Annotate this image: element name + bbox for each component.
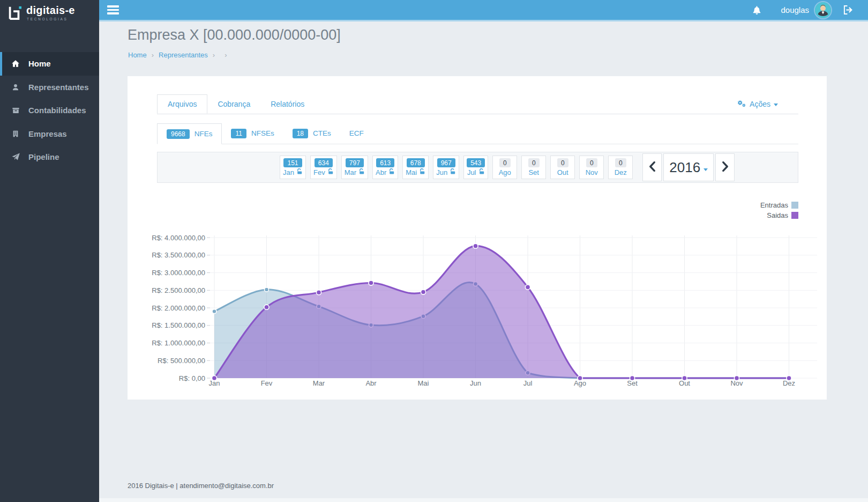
logo-wordmark: digitais-e TECNOLOGIAS	[26, 5, 75, 21]
month-label: Nov	[586, 168, 598, 177]
month-count-badge: 967	[437, 158, 455, 167]
subtab-nfses[interactable]: 11NFSEs	[222, 123, 283, 144]
month-cell-ago[interactable]: 0Ago	[492, 156, 517, 179]
avatar[interactable]	[815, 2, 831, 18]
breadcrumb-link-1[interactable]: Representantes	[159, 51, 208, 59]
month-cell-nov[interactable]: 0Nov	[579, 156, 604, 179]
subtab-label: ECF	[349, 129, 364, 137]
svg-text:Mai: Mai	[418, 379, 429, 387]
month-label: Jan	[283, 168, 294, 177]
notifications-bell-icon[interactable]	[752, 5, 761, 15]
tab-relatórios[interactable]: Relatórios	[260, 94, 315, 114]
archive-icon	[11, 107, 20, 114]
tab-cobrança[interactable]: Cobrança	[207, 94, 260, 114]
footer-band	[99, 498, 868, 502]
count-badge: 9668	[167, 129, 190, 139]
svg-text:R$: 3.000.000,00: R$: 3.000.000,00	[152, 269, 205, 277]
subtabs-row: 9668NFEs11NFSEs18CTEsECF	[157, 123, 798, 144]
svg-text:Abr: Abr	[365, 379, 377, 387]
chart-legend: EntradasSaidas	[760, 201, 798, 219]
sidebar-item-label: Contabilidades	[28, 106, 86, 115]
sidebar-item-label: Representantes	[28, 83, 89, 92]
legend-swatch	[791, 202, 798, 209]
app-logo[interactable]: digitais-e TECNOLOGIAS	[0, 0, 99, 23]
month-cell-out[interactable]: 0Out	[550, 156, 575, 179]
breadcrumb-separator: ›	[213, 51, 215, 59]
legend-swatch	[791, 212, 798, 219]
legend-label: Entradas	[760, 201, 788, 209]
legend-item-entradas: Entradas	[760, 201, 798, 209]
month-cell-mai[interactable]: 678Mai	[402, 156, 429, 179]
breadcrumb-separator: ›	[152, 51, 154, 59]
month-cell-jul[interactable]: 543Jul	[463, 156, 488, 179]
user-icon	[11, 83, 20, 91]
username: douglas	[781, 5, 809, 14]
month-count-badge: 0	[528, 158, 540, 167]
svg-text:R$: 2.000.000,00: R$: 2.000.000,00	[152, 304, 205, 312]
sidebar-item-contabilidades[interactable]: Contabilidades	[0, 99, 99, 122]
month-cell-fev[interactable]: 634Fev	[310, 156, 337, 179]
month-cell-jun[interactable]: 967Jun	[433, 156, 459, 179]
month-cell-jan[interactable]: 151Jan	[280, 156, 306, 179]
breadcrumb-separator: ›	[225, 51, 227, 59]
month-cell-abr[interactable]: 613Abr	[372, 156, 398, 179]
month-count-badge: 0	[557, 158, 568, 167]
prev-year-button[interactable]	[642, 153, 662, 181]
month-count-badge: 797	[346, 158, 364, 167]
svg-text:Mar: Mar	[313, 379, 325, 387]
entradas-saidas-chart: R$: 0,00R$: 500.000,00R$: 1.000.000,00R$…	[150, 224, 820, 388]
building-icon	[11, 130, 20, 138]
subtab-label: NFSEs	[251, 129, 274, 137]
sidebar-item-label: Home	[28, 59, 51, 68]
actions-dropdown[interactable]: Ações	[737, 99, 778, 109]
month-count-badge: 0	[586, 158, 597, 167]
breadcrumb-link-0[interactable]: Home	[128, 51, 147, 59]
month-count-badge: 151	[283, 158, 302, 167]
sidebar-item-pipeline[interactable]: Pipeline	[0, 145, 99, 169]
svg-text:R$: 3.500.000,00: R$: 3.500.000,00	[152, 251, 205, 259]
year-nav: 2016	[642, 153, 735, 181]
tab-arquivos[interactable]: Arquivos	[157, 94, 207, 114]
main-content: Empresa X [00.000.000/0000-00] Home›Repr…	[99, 21, 868, 502]
sign-out-icon[interactable]	[843, 5, 854, 14]
month-cell-dez[interactable]: 0Dez	[608, 156, 633, 179]
paper-plane-icon	[11, 153, 20, 161]
svg-text:Jul: Jul	[523, 379, 533, 387]
month-label: Abr	[376, 168, 386, 177]
subtab-nfes[interactable]: 9668NFEs	[157, 123, 222, 144]
month-cells: 151Jan634Fev797Mar613Abr678Mai967Jun543J…	[280, 156, 633, 179]
sidebar-item-label: Pipeline	[28, 152, 59, 161]
sidebar-item-empresas[interactable]: Empresas	[0, 122, 99, 146]
logo-icon	[7, 5, 22, 23]
sidebar-item-representantes[interactable]: Representantes	[0, 76, 99, 99]
svg-text:R$: 1.500.000,00: R$: 1.500.000,00	[152, 321, 205, 329]
hamburger-menu-icon[interactable]	[106, 2, 120, 18]
month-count-badge: 0	[615, 158, 626, 167]
home-icon	[11, 60, 20, 68]
month-cell-set[interactable]: 0Set	[521, 156, 546, 179]
unlock-icon	[296, 168, 303, 177]
month-label: Jun	[436, 168, 447, 177]
year-dropdown[interactable]: 2016	[663, 153, 714, 181]
next-year-button[interactable]	[715, 153, 735, 181]
svg-text:Jun: Jun	[470, 379, 481, 387]
subtab-ctes[interactable]: 18CTEs	[283, 123, 340, 144]
sidebar-item-label: Empresas	[28, 129, 67, 138]
logo-subtitle: TECNOLOGIAS	[26, 17, 75, 21]
svg-text:R$: 2.500.000,00: R$: 2.500.000,00	[152, 286, 205, 294]
unlock-icon	[450, 168, 456, 177]
company-card: ArquivosCobrançaRelatórios Ações 9668NFE…	[128, 76, 827, 400]
sidebar-nav: HomeRepresentantesContabilidadesEmpresas…	[0, 52, 99, 169]
month-count-badge: 613	[376, 158, 394, 167]
unlock-icon	[358, 168, 365, 177]
count-badge: 11	[231, 129, 246, 138]
topbar: douglas	[99, 0, 868, 21]
caret-down-icon	[704, 168, 708, 171]
svg-text:Fev: Fev	[261, 379, 273, 387]
month-cell-mar[interactable]: 797Mar	[341, 156, 368, 179]
topbar-right: douglas	[752, 2, 854, 18]
sidebar-item-home[interactable]: Home	[0, 52, 99, 76]
subtab-ecf[interactable]: ECF	[340, 123, 373, 144]
month-label: Mai	[406, 168, 417, 177]
caret-down-icon	[774, 104, 778, 106]
